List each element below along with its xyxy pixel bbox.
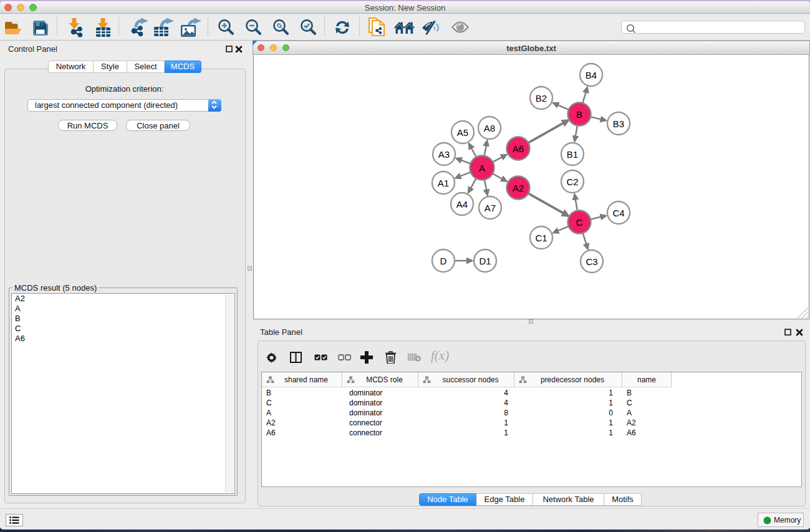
svg-text:B1: B1 — [567, 149, 578, 160]
svg-text:B4: B4 — [586, 70, 597, 80]
svg-text:B2: B2 — [536, 93, 547, 104]
svg-text:C: C — [576, 217, 583, 228]
svg-text:A: A — [479, 163, 485, 173]
svg-text:B3: B3 — [613, 118, 624, 129]
svg-text:A5: A5 — [457, 127, 468, 138]
svg-text:D: D — [440, 256, 447, 266]
svg-text:D1: D1 — [479, 256, 491, 266]
svg-text:A8: A8 — [484, 123, 495, 133]
svg-text:C2: C2 — [566, 177, 578, 187]
svg-text:B: B — [576, 109, 582, 120]
svg-text:A2: A2 — [513, 183, 524, 193]
svg-text:C1: C1 — [535, 233, 547, 243]
svg-text:A1: A1 — [438, 178, 449, 188]
svg-text:A3: A3 — [438, 149, 450, 160]
svg-text:A6: A6 — [513, 143, 524, 154]
svg-text:C3: C3 — [586, 256, 597, 267]
svg-text:C4: C4 — [612, 208, 624, 218]
svg-text:A4: A4 — [456, 199, 468, 210]
svg-text:A7: A7 — [485, 203, 496, 213]
